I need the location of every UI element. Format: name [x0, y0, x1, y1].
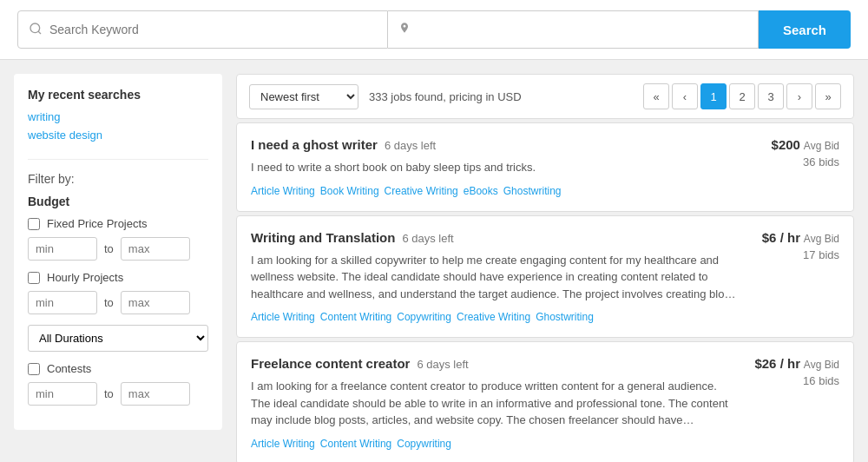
- tag-2-1[interactable]: Content Writing: [320, 438, 391, 450]
- sidebar-divider: [28, 159, 208, 160]
- keyword-input[interactable]: [49, 23, 377, 36]
- tag-0-3[interactable]: eBooks: [464, 185, 498, 197]
- job-days-1: 6 days left: [402, 232, 453, 245]
- location-input-wrap: Online Job: [388, 10, 758, 49]
- duration-select[interactable]: All Durations Less than 1 week 1-4 weeks…: [28, 325, 208, 352]
- job-right-2: $26 / hr Avg Bid 16 bids: [753, 356, 839, 450]
- hourly-range: to: [28, 291, 208, 314]
- job-bid-2: $26 / hr Avg Bid: [753, 356, 839, 371]
- pagination: « ‹ 1 2 3 › »: [643, 83, 841, 109]
- fixed-to-label: to: [104, 242, 114, 255]
- job-tags-2: Article Writing Content Writing Copywrit…: [251, 438, 739, 450]
- contests-max[interactable]: [121, 382, 190, 406]
- contests-to-label: to: [104, 387, 114, 400]
- svg-line-1: [38, 31, 41, 34]
- search-header: Online Job Search: [0, 0, 868, 60]
- job-desc-0: I need to write a short book on baby sle…: [251, 159, 739, 176]
- tag-1-4[interactable]: Ghostwriting: [536, 311, 594, 323]
- job-amount-2: $26 / hr: [754, 356, 800, 371]
- job-right-0: $200 Avg Bid 36 bids: [753, 137, 839, 197]
- tag-0-0[interactable]: Article Writing: [251, 185, 315, 197]
- page-first-btn[interactable]: «: [643, 83, 669, 109]
- job-left-0: I need a ghost writer 6 days left I need…: [251, 137, 739, 197]
- sort-select[interactable]: Newest first Oldest first Highest budget…: [249, 84, 358, 109]
- tag-0-4[interactable]: Ghostwriting: [503, 185, 562, 197]
- job-left-2: Freelance content creator 6 days left I …: [251, 356, 739, 450]
- fixed-price-min[interactable]: [28, 237, 97, 261]
- job-right-1: $6 / hr Avg Bid 17 bids: [753, 230, 839, 324]
- budget-label: Budget: [28, 195, 208, 208]
- fixed-price-range: to: [28, 237, 208, 261]
- job-days-0: 6 days left: [385, 139, 436, 152]
- fixed-price-row: Fixed Price Projects: [28, 217, 208, 230]
- contests-min[interactable]: [28, 382, 97, 406]
- search-icon: [29, 22, 43, 38]
- job-title-row-0: I need a ghost writer 6 days left: [251, 137, 739, 152]
- main-layout: My recent searches writing website desig…: [0, 60, 868, 462]
- job-bid-label-1: Avg Bid: [804, 233, 839, 245]
- job-days-2: 6 days left: [417, 358, 468, 371]
- job-amount-0: $200: [772, 137, 800, 152]
- location-input[interactable]: Online Job: [418, 23, 746, 36]
- page-2-btn[interactable]: 2: [729, 83, 755, 109]
- fixed-price-max[interactable]: [121, 237, 190, 261]
- hourly-min[interactable]: [28, 291, 97, 314]
- keyword-input-wrap: [17, 10, 388, 49]
- job-bids-1: 17 bids: [753, 248, 839, 261]
- hourly-to-label: to: [104, 296, 114, 309]
- results-header: Newest first Oldest first Highest budget…: [236, 74, 854, 119]
- job-bid-label-0: Avg Bid: [804, 140, 839, 152]
- tag-1-0[interactable]: Article Writing: [251, 311, 315, 323]
- tag-1-2[interactable]: Copywriting: [397, 311, 451, 323]
- fixed-price-checkbox[interactable]: [28, 218, 40, 230]
- job-title-1[interactable]: Writing and Translation: [251, 230, 395, 245]
- tag-2-2[interactable]: Copywriting: [397, 438, 451, 450]
- hourly-checkbox[interactable]: [28, 272, 40, 284]
- sidebar: My recent searches writing website desig…: [14, 74, 222, 430]
- contests-row: Contests: [28, 362, 208, 375]
- recent-search-writing[interactable]: writing: [28, 110, 208, 123]
- tag-1-3[interactable]: Creative Writing: [457, 311, 530, 323]
- contests-range: to: [28, 382, 208, 406]
- job-title-row-1: Writing and Translation 6 days left: [251, 230, 739, 245]
- recent-search-website-design[interactable]: website design: [28, 129, 208, 142]
- job-tags-1: Article Writing Content Writing Copywrit…: [251, 311, 739, 323]
- svg-point-0: [30, 23, 40, 33]
- hourly-max[interactable]: [121, 291, 190, 314]
- job-left-1: Writing and Translation 6 days left I am…: [251, 230, 739, 324]
- tag-0-1[interactable]: Book Writing: [320, 185, 379, 197]
- location-icon: [398, 22, 411, 38]
- filter-by-label: Filter by:: [28, 172, 208, 186]
- job-bids-0: 36 bids: [753, 155, 839, 168]
- job-title-row-2: Freelance content creator 6 days left: [251, 356, 739, 371]
- job-bid-label-2: Avg Bid: [804, 359, 839, 371]
- job-card-0: I need a ghost writer 6 days left I need…: [236, 122, 854, 212]
- page-last-btn[interactable]: »: [815, 83, 841, 109]
- job-bids-2: 16 bids: [753, 374, 839, 387]
- job-bid-0: $200 Avg Bid: [753, 137, 839, 152]
- tag-0-2[interactable]: Creative Writing: [385, 185, 458, 197]
- recent-searches-title: My recent searches: [28, 88, 208, 102]
- job-amount-1: $6 / hr: [762, 230, 800, 245]
- content-area: Newest first Oldest first Highest budget…: [236, 74, 854, 462]
- results-count: 333 jobs found, pricing in USD: [369, 90, 633, 103]
- search-button[interactable]: Search: [759, 10, 851, 49]
- job-title-2[interactable]: Freelance content creator: [251, 356, 410, 371]
- tag-2-0[interactable]: Article Writing: [251, 438, 315, 450]
- job-tags-0: Article Writing Book Writing Creative Wr…: [251, 185, 739, 197]
- fixed-price-label: Fixed Price Projects: [47, 217, 148, 230]
- job-bid-1: $6 / hr Avg Bid: [753, 230, 839, 245]
- job-title-0[interactable]: I need a ghost writer: [251, 137, 378, 152]
- page-3-btn[interactable]: 3: [758, 83, 784, 109]
- recent-searches-section: My recent searches writing website desig…: [28, 88, 208, 142]
- page-1-btn[interactable]: 1: [700, 83, 727, 109]
- tag-1-1[interactable]: Content Writing: [320, 311, 391, 323]
- page-next-btn[interactable]: ›: [786, 83, 812, 109]
- hourly-row: Hourly Projects: [28, 271, 208, 284]
- hourly-label: Hourly Projects: [47, 271, 123, 284]
- job-desc-1: I am looking for a skilled copywriter to…: [251, 252, 739, 303]
- job-desc-2: I am looking for a freelance content cre…: [251, 378, 739, 429]
- contests-checkbox[interactable]: [28, 363, 40, 375]
- job-card-1: Writing and Translation 6 days left I am…: [236, 215, 854, 339]
- page-prev-btn[interactable]: ‹: [672, 83, 698, 109]
